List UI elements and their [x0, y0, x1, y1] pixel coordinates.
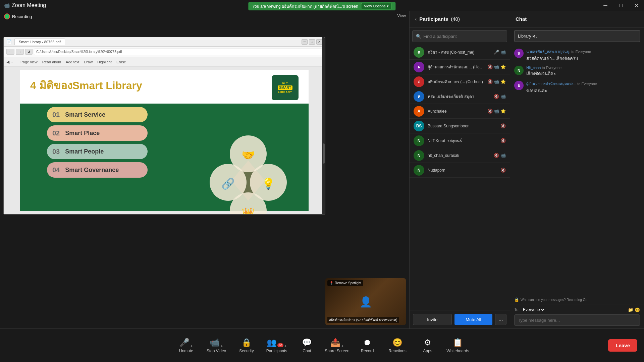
chat-input[interactable] [514, 314, 640, 326]
sender-to: to Everyone [571, 50, 591, 54]
chat-button[interactable]: 💬 Chat [292, 332, 322, 359]
smart-place-item: 02 Smart Place [47, 125, 148, 141]
participant-item: N nlt_chan_surasak 🔇 📹 [410, 148, 510, 163]
chat-messages: น นายสรพันธ์_หสพ.กาญจนบุ. to Everyone สว… [510, 45, 644, 295]
item2-label: Smart Place [65, 130, 100, 137]
smart-people-item: 03 Smart People [47, 144, 148, 159]
microphone-icon: 🎤 [179, 338, 190, 347]
title-bar-text: Zoom Meeting [12, 2, 46, 8]
remove-spotlight-icon: 📍 [329, 281, 333, 285]
participant-name: NLT.Korat_รสสุคนธ์ [428, 137, 497, 144]
participants-title: Participants [419, 16, 448, 22]
chat-text: สวัสดีตอนเช้า...เสียงชัดครับ [526, 56, 591, 62]
avatar: ห [414, 91, 424, 102]
to-row: To: Everyone 📁 😊 [514, 307, 640, 312]
view-options-button[interactable]: View Options ▾ [361, 3, 392, 9]
participant-icons: 🔇 📹 [494, 94, 506, 99]
record-button[interactable]: ⏺ Record [352, 332, 382, 359]
participants-actions: Invite Mute All ... [410, 310, 510, 328]
whiteboards-button[interactable]: 📋 Whiteboards [443, 332, 473, 359]
participant-item: อ อธิบดีกรมศิลปากร (... (Co-host) 🔇 📹 ⭐ [410, 74, 510, 89]
participant-name: Aunchalee [428, 109, 484, 114]
chat-draft-box[interactable]: Library คะ [514, 30, 640, 42]
share-banner-text: You are viewing อธิบดีกรมพัฒฝาก (นายกิตต… [252, 3, 358, 9]
search-icon: 🔍 [416, 34, 421, 39]
refresh-btn[interactable]: ↺ [25, 49, 33, 55]
chat-sender: นายสรพันธ์_หสพ.กาญจนบุ. to Everyone [526, 49, 591, 55]
search-placeholder[interactable]: Find a participant [423, 34, 457, 39]
participant-icons: 🔇 📹 ⭐ [487, 79, 506, 84]
participants-icon: 👥 [267, 338, 277, 347]
chat-message-content: นายสรพันธ์_หสพ.กาญจนบุ. to Everyone สวัส… [526, 49, 591, 62]
pdf-restore-btn[interactable]: □ [309, 39, 315, 45]
chat-icon: 💬 [302, 338, 312, 347]
sender-name: นายสรพันธ์_หสพ.กาญจนบุ. [526, 50, 570, 54]
reactions-button[interactable]: 😊 Reactions [382, 332, 413, 359]
participant-name: Nuttaporn [428, 168, 497, 173]
caret-icon: ▲ [190, 344, 193, 347]
to-select[interactable]: Everyone [522, 307, 545, 312]
slide-green-bg: 01 Smart Service 02 Smart Place 03 Smart… [20, 104, 309, 211]
item1-label: Smart Service [65, 111, 105, 118]
chat-message: น นายสรพันธ์_หสพ.กาญจนบุ. to Everyone สว… [514, 49, 640, 62]
participant-icons: 🔇 [500, 138, 506, 143]
participant-name: nlt_chan_surasak [428, 153, 490, 158]
caret-icon: ▲ [220, 344, 223, 347]
back-btn[interactable]: ← [6, 49, 14, 55]
leave-button[interactable]: Leave [608, 339, 637, 352]
more-actions-button[interactable]: ... [495, 314, 506, 325]
pdf-page-toolbar: ◀ - + Page view Read aloud Add text Draw… [4, 57, 325, 67]
chat-footer: To: Everyone 📁 😊 [510, 304, 644, 328]
svg-text:🤝: 🤝 [241, 149, 255, 162]
participant-name: ผู้อำนวยการสำนักหอสม... (Host) [428, 64, 484, 70]
participants-button[interactable]: 👥 40 ▲ Participants [262, 332, 292, 359]
participant-icons: 🔇 [500, 168, 506, 173]
pdf-tab[interactable]: Smart Library - 80765.pdf [14, 39, 65, 45]
chat-title: Chat [516, 16, 527, 22]
chat-footer-icons: 📁 😊 [628, 307, 640, 312]
participant-name: ศริชา - สทช (Co-host_me) [428, 49, 490, 55]
participant-item: ห หสพ.เฉลิมพระเกียรติ สมุดา 🔇 📹 [410, 89, 510, 104]
sender-name: ผู้อำนวยการสำนักหอสมุดแห่ง... [526, 82, 576, 86]
avatar: BS [414, 121, 424, 131]
bottom-toolbar: 🎤 ▲ Unmute 📹 ▲ Stop Video 🔒 Security 👥 4… [0, 328, 644, 362]
participant-icons: 🎤 📹 [494, 50, 506, 55]
draw-label: Draw [84, 60, 93, 64]
collapse-icon[interactable]: ‹ [415, 16, 417, 22]
participants-list: ‹ Participants (40) 🔍 Find a participant… [410, 11, 510, 328]
chat-sender: Nlt_chan to Everyone [526, 66, 561, 70]
minimize-button[interactable]: ─ [598, 0, 613, 11]
restore-button[interactable]: □ [613, 0, 629, 11]
participant-icons: 🔇 [500, 123, 506, 128]
smart-governance-item: 04 Smart Governance [47, 162, 148, 178]
pdf-scrollbar[interactable] [322, 37, 325, 214]
slide-logo: NLT SMART LIBRARY [272, 75, 299, 100]
security-button[interactable]: 🔒 Security [231, 332, 262, 359]
add-text-label: Add text [66, 60, 79, 64]
prev-page-btn[interactable]: ◀ [6, 60, 9, 64]
share-screen-label: Share Screen [325, 349, 349, 353]
participant-item: ศ ศริชา - สทช (Co-host_me) 🎤 📹 [410, 45, 510, 60]
forward-btn[interactable]: → [16, 49, 24, 55]
chat-message-content: Nlt_chan to Everyone เสียงชัดเจนดีค่ะ [526, 66, 561, 77]
highlight-label: Highlight [97, 60, 112, 64]
apps-button[interactable]: ⚙ Apps [413, 332, 443, 359]
pdf-minimize-btn[interactable]: ─ [302, 39, 308, 45]
apps-icon: ⚙ [424, 338, 431, 347]
stop-video-button[interactable]: 📹 ▲ Stop Video [201, 332, 231, 359]
unmute-button[interactable]: 🎤 ▲ Unmute [171, 332, 201, 359]
share-screen-button[interactable]: 📤 ▲ Share Screen [322, 332, 352, 359]
close-button[interactable]: ✕ [629, 0, 644, 11]
recording-badge: Recording [4, 13, 32, 19]
invite-button[interactable]: Invite [413, 314, 452, 325]
pdf-url-bar[interactable] [34, 49, 322, 55]
mute-all-button[interactable]: Mute All [454, 314, 493, 325]
remove-spotlight-button[interactable]: 📍 Remove Spotlight [327, 280, 363, 286]
zoom-out-btn[interactable]: - [11, 60, 13, 64]
slide-content: 4 มิติของSmart Library NLT SMART LIBRARY… [20, 70, 309, 211]
zoom-in-btn[interactable]: + [15, 60, 17, 64]
avatar: ผ [414, 62, 424, 72]
share-banner: You are viewing อธิบดีกรมพัฒฝาก (นายกิตต… [248, 2, 395, 10]
avatar: N [414, 165, 424, 176]
pdf-close-btn[interactable]: ✕ [316, 39, 322, 45]
